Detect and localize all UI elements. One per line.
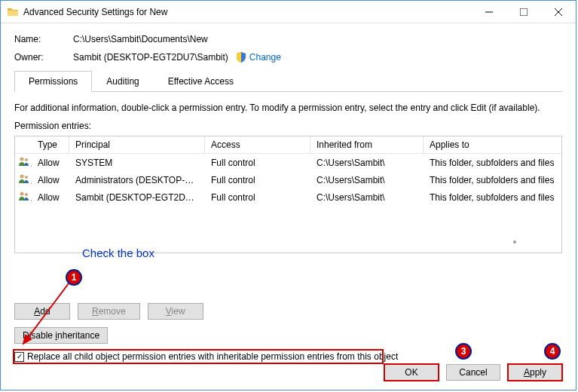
cell-inherited: C:\Users\Sambit\: [310, 157, 424, 169]
permission-table: Type Principal Access Inherited from App…: [14, 136, 562, 253]
cell-access: Full control: [205, 191, 310, 204]
close-button[interactable]: [541, 1, 576, 23]
disable-inheritance-button[interactable]: Disable inheritance: [14, 327, 108, 344]
change-owner-link[interactable]: Change: [249, 52, 281, 63]
svg-point-2: [25, 158, 28, 161]
table-row[interactable]: AllowSambit (DESKTOP-EGT2DU7\S...Full co…: [15, 188, 561, 206]
cell-inherited: C:\Users\Sambit\: [310, 174, 424, 186]
user-group-icon: [15, 155, 32, 170]
th-access[interactable]: Access: [205, 136, 310, 153]
annotation-callout-3: 3: [455, 343, 472, 360]
replace-checkbox-label[interactable]: Replace all child object permission entr…: [27, 351, 398, 362]
cell-inherited: C:\Users\Sambit\: [310, 191, 424, 204]
owner-row: Owner: Sambit (DESKTOP-EGT2DU7\Sambit) C…: [14, 52, 562, 63]
user-group-icon: [15, 190, 32, 204]
table-row[interactable]: AllowAdministrators (DESKTOP-EG...Full c…: [15, 171, 561, 188]
tab-auditing[interactable]: Auditing: [92, 71, 153, 92]
folder-icon: [7, 6, 19, 18]
svg-point-1: [20, 158, 24, 161]
remove-button: Remove: [78, 303, 140, 320]
add-button[interactable]: Add: [14, 303, 70, 320]
svg-point-3: [20, 175, 24, 179]
name-value: C:\Users\Sambit\Documents\New: [73, 34, 208, 44]
owner-value: Sambit (DESKTOP-EGT2DU7\Sambit): [73, 52, 228, 63]
inheritance-row: Disable inheritance: [14, 327, 562, 344]
cell-applies: This folder, subfolders and files: [424, 157, 561, 169]
shield-icon: [236, 52, 246, 63]
tab-bar: Permissions Auditing Effective Access: [14, 70, 562, 92]
table-row[interactable]: AllowSYSTEMFull controlC:\Users\Sambit\T…: [15, 154, 561, 171]
replace-checkbox-row: ✓ Replace all child object permission en…: [14, 351, 562, 362]
content-area: Name: C:\Users\Sambit\Documents\New Owne…: [1, 23, 576, 372]
replace-checkbox[interactable]: ✓: [14, 352, 24, 362]
cell-access: Full control: [205, 157, 310, 169]
titlebar-controls: [472, 1, 576, 23]
permission-entries-label: Permission entries:: [14, 121, 562, 131]
svg-point-5: [20, 192, 24, 196]
annotation-check-text: Check the box: [82, 247, 154, 259]
annotation-callout-4: 4: [544, 343, 561, 360]
resize-grip: [513, 240, 516, 243]
titlebar: Advanced Security Settings for New: [1, 1, 576, 23]
window-title: Advanced Security Settings for New: [23, 7, 472, 17]
maximize-button[interactable]: [506, 1, 541, 23]
svg-rect-0: [520, 8, 528, 16]
name-row: Name: C:\Users\Sambit\Documents\New: [14, 34, 562, 44]
th-type[interactable]: Type: [32, 136, 69, 153]
view-button: View: [148, 303, 203, 320]
ok-button[interactable]: OK: [384, 364, 439, 381]
cancel-button[interactable]: Cancel: [446, 364, 500, 381]
th-applies[interactable]: Applies to: [424, 136, 561, 153]
table-body: AllowSYSTEMFull controlC:\Users\Sambit\T…: [15, 154, 561, 206]
cell-applies: This folder, subfolders and files: [424, 191, 561, 204]
apply-button[interactable]: Apply: [508, 364, 562, 381]
cell-principal: Sambit (DESKTOP-EGT2DU7\S...: [69, 191, 205, 204]
th-inherited[interactable]: Inherited from: [310, 136, 424, 153]
cell-principal: Administrators (DESKTOP-EG...: [69, 174, 205, 186]
minimize-button[interactable]: [472, 1, 506, 23]
th-principal[interactable]: Principal: [69, 136, 205, 153]
table-header: Type Principal Access Inherited from App…: [15, 136, 561, 154]
cell-access: Full control: [205, 174, 310, 186]
dialog-footer-buttons: OK Cancel Apply: [384, 364, 562, 381]
tab-effective-access[interactable]: Effective Access: [154, 71, 248, 92]
cell-applies: This folder, subfolders and files: [424, 174, 561, 186]
security-settings-window: Advanced Security Settings for New Name:…: [0, 0, 576, 390]
instructions-text: For additional information, double-click…: [14, 103, 562, 113]
cell-principal: SYSTEM: [69, 157, 205, 169]
owner-label: Owner:: [14, 52, 73, 63]
svg-point-4: [25, 176, 28, 179]
cell-type: Allow: [32, 157, 69, 169]
entry-buttons: Add Remove View: [14, 303, 562, 320]
cell-type: Allow: [32, 174, 69, 186]
name-label: Name:: [14, 34, 73, 44]
tab-permissions[interactable]: Permissions: [14, 71, 92, 92]
user-group-icon: [15, 173, 32, 187]
annotation-callout-1: 1: [66, 269, 82, 286]
th-icon: [15, 136, 32, 153]
svg-point-6: [25, 193, 28, 196]
cell-type: Allow: [32, 191, 69, 204]
